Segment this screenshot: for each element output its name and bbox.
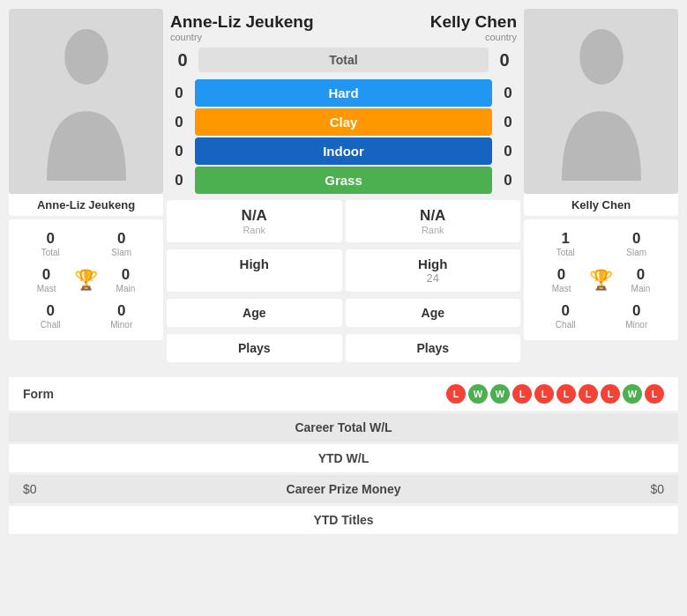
left-high-box: High xyxy=(167,249,342,292)
right-name-header: Kelly Chen xyxy=(430,12,517,32)
ytd-wl-row: YTD W/L xyxy=(9,444,678,472)
surface-row-indoor: 0 Indoor 0 xyxy=(167,137,520,165)
form-badge-w: W xyxy=(623,384,642,404)
left-age-box: Age xyxy=(167,299,342,327)
surface-score-right: 0 xyxy=(496,172,520,189)
right-country-header: country xyxy=(430,32,517,42)
left-country-header: country xyxy=(170,32,314,42)
right-minor-stat: 0 Minor xyxy=(602,299,672,333)
surface-score-right: 0 xyxy=(496,143,520,160)
form-badge-l: L xyxy=(534,384,554,404)
form-label: Form xyxy=(23,387,446,401)
surface-row-grass: 0 Grass 0 xyxy=(167,167,520,194)
right-high-box: High 24 xyxy=(346,249,521,292)
right-total-stat: 1 Total xyxy=(531,226,601,261)
right-plays-box: Plays xyxy=(346,334,521,362)
form-row: Form LWWLLLLLWL xyxy=(9,377,678,411)
left-name-header: Anne-Liz Jeukeng xyxy=(170,12,314,32)
left-player-name-card: Anne-Liz Jeukeng xyxy=(9,194,163,216)
right-player-block: Kelly Chen 1 Total 0 Slam 0 Mast xyxy=(524,9,678,365)
right-chall-stat: 0 Chall xyxy=(531,299,601,333)
surface-score-right: 0 xyxy=(496,85,520,102)
career-wl-row: Career Total W/L xyxy=(9,413,678,442)
right-main-stat: 0 Main xyxy=(614,263,668,297)
left-total-stat: 0 Total xyxy=(16,226,86,261)
right-silhouette-icon xyxy=(549,22,654,181)
left-trophy-icon: 🏆 xyxy=(73,269,99,292)
total-score-left: 0 xyxy=(170,50,195,71)
left-rank-box: N/A Rank xyxy=(167,200,342,242)
right-age-box: Age xyxy=(346,299,521,327)
surface-score-left: 0 xyxy=(167,114,191,131)
total-label: Total xyxy=(198,48,489,72)
right-player-photo xyxy=(524,9,678,194)
svg-point-0 xyxy=(64,29,108,85)
comparison-wrapper: Anne-Liz Jeukeng 0 Total 0 Slam 0 xyxy=(0,0,687,374)
form-badge-l: L xyxy=(446,384,466,404)
ytd-wl-label: YTD W/L xyxy=(23,451,664,465)
prize-left: $0 xyxy=(23,482,236,496)
surface-score-left: 0 xyxy=(167,143,191,160)
surface-row-hard: 0 Hard 0 xyxy=(167,79,520,107)
surface-row-clay: 0 Clay 0 xyxy=(167,108,520,136)
right-mast-stat: 0 Mast xyxy=(534,263,588,297)
form-badge-l: L xyxy=(645,384,664,404)
right-trophy-icon: 🏆 xyxy=(588,269,614,292)
surface-table: 0 Hard 0 0 Clay 0 0 Indoor 0 0 Grass 0 xyxy=(167,79,520,194)
form-badges: LWWLLLLLWL xyxy=(446,384,664,404)
svg-point-1 xyxy=(579,29,624,85)
form-badge-l: L xyxy=(601,384,620,404)
career-wl-label: Career Total W/L xyxy=(23,420,664,434)
surface-score-right: 0 xyxy=(496,114,520,131)
right-player-name-card: Kelly Chen xyxy=(524,194,678,216)
right-player-header: Kelly Chen country xyxy=(430,12,517,42)
left-minor-stat: 0 Minor xyxy=(87,299,157,333)
surface-score-left: 0 xyxy=(167,172,191,189)
prize-row: $0 Career Prize Money $0 xyxy=(9,475,678,503)
left-mast-stat: 0 Mast xyxy=(19,263,73,297)
surface-badge-clay: Clay xyxy=(195,108,492,136)
left-stats-grid: 0 Total 0 Slam 0 Mast 🏆 xyxy=(9,219,163,340)
form-badge-l: L xyxy=(579,384,598,404)
left-player-header: Anne-Liz Jeukeng country xyxy=(170,12,314,42)
form-badge-w: W xyxy=(490,384,510,404)
surface-badge-hard: Hard xyxy=(195,79,492,107)
left-player-block: Anne-Liz Jeukeng 0 Total 0 Slam 0 xyxy=(9,9,163,365)
left-plays-box: Plays xyxy=(167,334,342,362)
prize-right: $0 xyxy=(451,482,664,496)
center-block: Anne-Liz Jeukeng country Kelly Chen coun… xyxy=(167,9,520,365)
right-slam-stat: 0 Slam xyxy=(602,226,672,261)
right-rank-box: N/A Rank xyxy=(346,200,521,242)
left-chall-stat: 0 Chall xyxy=(16,299,86,333)
bottom-stats: Form LWWLLLLLWL Career Total W/L YTD W/L… xyxy=(0,374,687,540)
total-score-right: 0 xyxy=(492,50,517,71)
form-badge-l: L xyxy=(556,384,576,404)
ytd-titles-row: YTD Titles xyxy=(9,506,678,534)
prize-label: Career Prize Money xyxy=(236,482,450,496)
left-silhouette-icon xyxy=(34,22,139,181)
right-stats-grid: 1 Total 0 Slam 0 Mast 🏆 xyxy=(524,219,678,340)
left-slam-stat: 0 Slam xyxy=(87,226,157,261)
surface-badge-grass: Grass xyxy=(195,167,492,194)
left-player-photo xyxy=(9,9,163,194)
ytd-titles-label: YTD Titles xyxy=(23,513,664,527)
main-container: Anne-Liz Jeukeng 0 Total 0 Slam 0 xyxy=(0,0,687,540)
surface-badge-indoor: Indoor xyxy=(195,137,492,165)
form-badge-w: W xyxy=(468,384,488,404)
surface-score-left: 0 xyxy=(167,85,191,102)
left-main-stat: 0 Main xyxy=(99,263,153,297)
form-badge-l: L xyxy=(512,384,532,404)
